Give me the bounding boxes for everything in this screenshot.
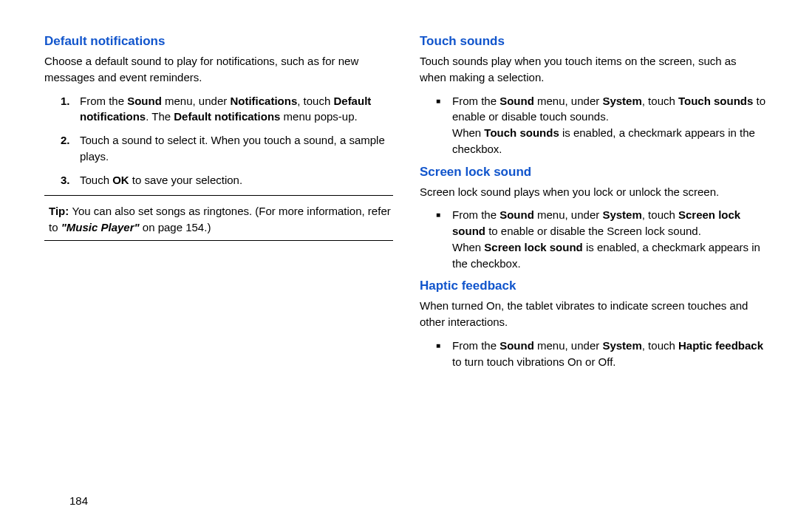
- step-3: 3. Touch OK to save your selection.: [44, 172, 393, 188]
- bullet-text: From the Sound menu, under System, touch…: [452, 207, 768, 271]
- step-1: 1. From the Sound menu, under Notificati…: [44, 93, 393, 126]
- square-bullet-icon: ■: [436, 93, 445, 157]
- section-heading-default-notifications: Default notifications: [44, 34, 393, 49]
- touch-sounds-intro: Touch sounds play when you touch items o…: [420, 53, 760, 86]
- step-text: From the Sound menu, under Notifications…: [80, 93, 393, 126]
- section-heading-haptic-feedback: Haptic feedback: [420, 279, 768, 293]
- tip-separator-bottom: [44, 240, 393, 241]
- manual-page: Default notifications Choose a default s…: [0, 0, 798, 532]
- default-notifications-intro: Choose a default sound to play for notif…: [44, 53, 384, 86]
- step-2: 2. Touch a sound to select it. When you …: [44, 132, 393, 165]
- haptic-feedback-intro: When turned On, the tablet vibrates to i…: [420, 298, 760, 330]
- bullet-text: From the Sound menu, under System, touch…: [452, 93, 768, 157]
- two-column-layout: Default notifications Choose a default s…: [44, 34, 768, 377]
- screen-lock-sound-intro: Screen lock sound plays when you lock or…: [420, 184, 760, 200]
- tip-separator-top: [44, 195, 393, 196]
- list-item: ■ From the Sound menu, under System, tou…: [420, 207, 768, 271]
- steps-list: 1. From the Sound menu, under Notificati…: [44, 93, 393, 188]
- list-item: ■ From the Sound menu, under System, tou…: [420, 338, 768, 370]
- square-bullet-icon: ■: [436, 207, 445, 271]
- section-heading-screen-lock-sound: Screen lock sound: [420, 165, 768, 180]
- page-number: 184: [69, 494, 88, 507]
- step-text: Touch OK to save your selection.: [80, 172, 242, 188]
- square-bullet-icon: ■: [436, 338, 445, 370]
- step-text: Touch a sound to select it. When you tou…: [80, 132, 393, 165]
- section-heading-touch-sounds: Touch sounds: [420, 34, 768, 49]
- screen-lock-bullets: ■ From the Sound menu, under System, tou…: [420, 207, 768, 271]
- haptic-feedback-bullets: ■ From the Sound menu, under System, tou…: [420, 338, 768, 370]
- step-number: 1.: [61, 93, 72, 126]
- step-number: 2.: [61, 132, 72, 165]
- left-column: Default notifications Choose a default s…: [44, 34, 393, 377]
- touch-sounds-bullets: ■ From the Sound menu, under System, tou…: [420, 93, 768, 157]
- bullet-text: From the Sound menu, under System, touch…: [452, 338, 768, 370]
- tip-text: Tip: You can also set songs as ringtones…: [44, 203, 393, 236]
- list-item: ■ From the Sound menu, under System, tou…: [420, 93, 768, 157]
- right-column: Touch sounds Touch sounds play when you …: [420, 34, 768, 377]
- step-number: 3.: [61, 172, 72, 188]
